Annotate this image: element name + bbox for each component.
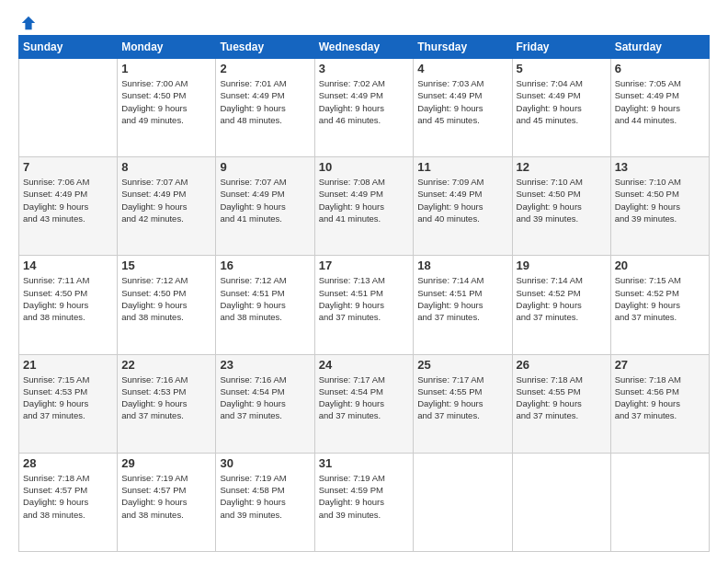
day-info: Sunrise: 7:02 AM Sunset: 4:49 PM Dayligh… xyxy=(319,77,410,126)
day-info: Sunrise: 7:05 AM Sunset: 4:49 PM Dayligh… xyxy=(615,77,705,126)
day-info: Sunrise: 7:01 AM Sunset: 4:49 PM Dayligh… xyxy=(220,77,310,126)
day-number: 11 xyxy=(417,160,507,174)
day-number: 23 xyxy=(220,358,310,372)
weekday-header: Wednesday xyxy=(314,36,414,59)
day-info: Sunrise: 7:15 AM Sunset: 4:52 PM Dayligh… xyxy=(615,274,705,323)
day-info: Sunrise: 7:00 AM Sunset: 4:50 PM Dayligh… xyxy=(121,77,211,126)
day-number: 18 xyxy=(417,259,507,272)
calendar-cell: 14Sunrise: 7:11 AM Sunset: 4:50 PM Dayli… xyxy=(19,256,118,354)
day-info: Sunrise: 7:10 AM Sunset: 4:50 PM Dayligh… xyxy=(517,176,607,224)
calendar-cell: 28Sunrise: 7:18 AM Sunset: 4:57 PM Dayli… xyxy=(19,453,118,551)
calendar-cell xyxy=(610,453,709,551)
day-number: 2 xyxy=(220,62,310,75)
day-number: 28 xyxy=(23,456,113,470)
calendar-cell: 9Sunrise: 7:07 AM Sunset: 4:49 PM Daylig… xyxy=(216,157,314,256)
weekday-header: Saturday xyxy=(610,36,709,59)
day-info: Sunrise: 7:07 AM Sunset: 4:49 PM Dayligh… xyxy=(121,176,211,224)
calendar-cell: 13Sunrise: 7:10 AM Sunset: 4:50 PM Dayli… xyxy=(610,157,709,256)
day-number: 8 xyxy=(121,160,211,174)
day-number: 12 xyxy=(517,160,607,174)
calendar-cell: 24Sunrise: 7:17 AM Sunset: 4:54 PM Dayli… xyxy=(314,354,414,453)
calendar-cell: 12Sunrise: 7:10 AM Sunset: 4:50 PM Dayli… xyxy=(512,157,610,256)
calendar-cell: 7Sunrise: 7:06 AM Sunset: 4:49 PM Daylig… xyxy=(19,157,118,256)
weekday-row: SundayMondayTuesdayWednesdayThursdayFrid… xyxy=(19,36,710,59)
header xyxy=(18,15,710,28)
weekday-header: Sunday xyxy=(19,36,118,59)
day-number: 30 xyxy=(220,456,310,470)
calendar-cell: 10Sunrise: 7:08 AM Sunset: 4:49 PM Dayli… xyxy=(314,157,414,256)
day-number: 10 xyxy=(319,160,410,174)
calendar-cell: 27Sunrise: 7:18 AM Sunset: 4:56 PM Dayli… xyxy=(610,354,709,453)
day-info: Sunrise: 7:18 AM Sunset: 4:56 PM Dayligh… xyxy=(615,373,705,422)
calendar-cell: 16Sunrise: 7:12 AM Sunset: 4:51 PM Dayli… xyxy=(216,256,314,354)
day-info: Sunrise: 7:19 AM Sunset: 4:58 PM Dayligh… xyxy=(220,472,310,521)
calendar-week-row: 21Sunrise: 7:15 AM Sunset: 4:53 PM Dayli… xyxy=(19,354,710,453)
calendar-body: 1Sunrise: 7:00 AM Sunset: 4:50 PM Daylig… xyxy=(19,59,710,552)
calendar-cell: 2Sunrise: 7:01 AM Sunset: 4:49 PM Daylig… xyxy=(216,59,314,157)
logo xyxy=(18,15,37,28)
day-number: 24 xyxy=(319,358,410,372)
day-info: Sunrise: 7:11 AM Sunset: 4:50 PM Dayligh… xyxy=(23,274,113,323)
day-info: Sunrise: 7:12 AM Sunset: 4:50 PM Dayligh… xyxy=(121,274,211,323)
weekday-header: Friday xyxy=(512,36,610,59)
calendar-cell: 17Sunrise: 7:13 AM Sunset: 4:51 PM Dayli… xyxy=(314,256,414,354)
day-number: 29 xyxy=(121,456,211,470)
calendar-cell: 6Sunrise: 7:05 AM Sunset: 4:49 PM Daylig… xyxy=(610,59,709,157)
day-number: 21 xyxy=(23,358,113,372)
weekday-header: Monday xyxy=(118,36,216,59)
svg-marker-0 xyxy=(22,17,35,29)
calendar-cell: 20Sunrise: 7:15 AM Sunset: 4:52 PM Dayli… xyxy=(610,256,709,354)
day-info: Sunrise: 7:08 AM Sunset: 4:49 PM Dayligh… xyxy=(319,176,410,224)
calendar-week-row: 1Sunrise: 7:00 AM Sunset: 4:50 PM Daylig… xyxy=(19,59,710,157)
day-number: 7 xyxy=(23,160,113,174)
day-info: Sunrise: 7:13 AM Sunset: 4:51 PM Dayligh… xyxy=(319,274,410,323)
day-info: Sunrise: 7:09 AM Sunset: 4:49 PM Dayligh… xyxy=(417,176,507,224)
calendar: SundayMondayTuesdayWednesdayThursdayFrid… xyxy=(18,35,710,552)
calendar-cell: 1Sunrise: 7:00 AM Sunset: 4:50 PM Daylig… xyxy=(118,59,216,157)
day-info: Sunrise: 7:16 AM Sunset: 4:53 PM Dayligh… xyxy=(121,373,211,422)
day-number: 27 xyxy=(615,358,705,372)
calendar-cell: 30Sunrise: 7:19 AM Sunset: 4:58 PM Dayli… xyxy=(216,453,314,551)
calendar-cell: 8Sunrise: 7:07 AM Sunset: 4:49 PM Daylig… xyxy=(118,157,216,256)
calendar-cell: 11Sunrise: 7:09 AM Sunset: 4:49 PM Dayli… xyxy=(414,157,512,256)
calendar-week-row: 28Sunrise: 7:18 AM Sunset: 4:57 PM Dayli… xyxy=(19,453,710,551)
day-number: 13 xyxy=(615,160,705,174)
day-info: Sunrise: 7:17 AM Sunset: 4:55 PM Dayligh… xyxy=(417,373,507,422)
calendar-cell xyxy=(414,453,512,551)
page: SundayMondayTuesdayWednesdayThursdayFrid… xyxy=(0,0,728,563)
day-number: 3 xyxy=(319,62,410,75)
day-number: 22 xyxy=(121,358,211,372)
calendar-cell: 5Sunrise: 7:04 AM Sunset: 4:49 PM Daylig… xyxy=(512,59,610,157)
calendar-cell: 3Sunrise: 7:02 AM Sunset: 4:49 PM Daylig… xyxy=(314,59,414,157)
calendar-cell: 19Sunrise: 7:14 AM Sunset: 4:52 PM Dayli… xyxy=(512,256,610,354)
calendar-cell: 26Sunrise: 7:18 AM Sunset: 4:55 PM Dayli… xyxy=(512,354,610,453)
day-info: Sunrise: 7:04 AM Sunset: 4:49 PM Dayligh… xyxy=(517,77,607,126)
day-number: 17 xyxy=(319,259,410,272)
day-number: 20 xyxy=(615,259,705,272)
day-info: Sunrise: 7:10 AM Sunset: 4:50 PM Dayligh… xyxy=(615,176,705,224)
calendar-cell: 15Sunrise: 7:12 AM Sunset: 4:50 PM Dayli… xyxy=(118,256,216,354)
day-number: 9 xyxy=(220,160,310,174)
calendar-cell: 25Sunrise: 7:17 AM Sunset: 4:55 PM Dayli… xyxy=(414,354,512,453)
day-number: 16 xyxy=(220,259,310,272)
day-info: Sunrise: 7:06 AM Sunset: 4:49 PM Dayligh… xyxy=(23,176,113,224)
day-number: 14 xyxy=(23,259,113,272)
calendar-cell: 4Sunrise: 7:03 AM Sunset: 4:49 PM Daylig… xyxy=(414,59,512,157)
day-number: 31 xyxy=(319,456,410,470)
day-info: Sunrise: 7:18 AM Sunset: 4:55 PM Dayligh… xyxy=(517,373,607,422)
weekday-header: Tuesday xyxy=(216,36,314,59)
calendar-week-row: 7Sunrise: 7:06 AM Sunset: 4:49 PM Daylig… xyxy=(19,157,710,256)
calendar-cell: 31Sunrise: 7:19 AM Sunset: 4:59 PM Dayli… xyxy=(314,453,414,551)
calendar-cell: 21Sunrise: 7:15 AM Sunset: 4:53 PM Dayli… xyxy=(19,354,118,453)
calendar-cell: 29Sunrise: 7:19 AM Sunset: 4:57 PM Dayli… xyxy=(118,453,216,551)
day-info: Sunrise: 7:18 AM Sunset: 4:57 PM Dayligh… xyxy=(23,472,113,521)
calendar-cell: 18Sunrise: 7:14 AM Sunset: 4:51 PM Dayli… xyxy=(414,256,512,354)
day-info: Sunrise: 7:07 AM Sunset: 4:49 PM Dayligh… xyxy=(220,176,310,224)
calendar-cell xyxy=(512,453,610,551)
day-info: Sunrise: 7:17 AM Sunset: 4:54 PM Dayligh… xyxy=(319,373,410,422)
day-number: 19 xyxy=(517,259,607,272)
day-number: 15 xyxy=(121,259,211,272)
day-info: Sunrise: 7:14 AM Sunset: 4:52 PM Dayligh… xyxy=(517,274,607,323)
logo-icon xyxy=(20,15,37,31)
day-info: Sunrise: 7:14 AM Sunset: 4:51 PM Dayligh… xyxy=(417,274,507,323)
